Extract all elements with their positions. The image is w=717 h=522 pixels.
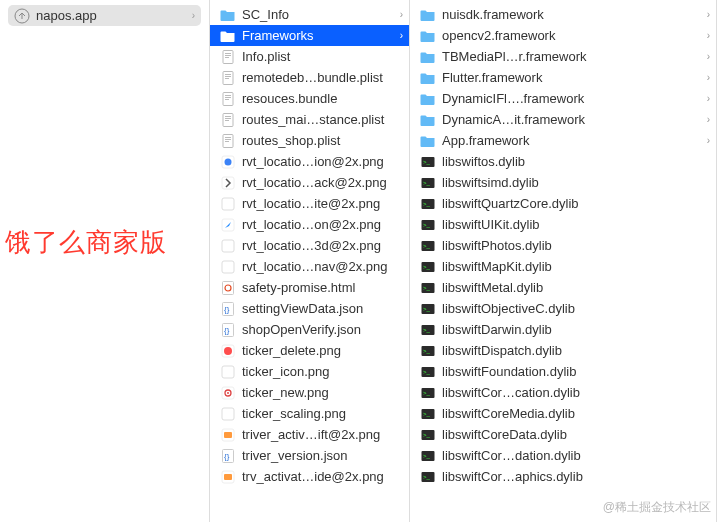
png-red-icon [220,343,236,359]
svg-text:>_: >_ [423,180,431,186]
file-label: libswiftCor…dation.dylib [442,448,710,463]
file-label: DynamicIFl….framework [442,91,703,106]
svg-rect-28 [223,281,234,294]
folder-icon [420,133,436,149]
file-row[interactable]: rvt_locatio…nav@2x.png [210,256,409,277]
file-row[interactable]: {}triver_version.json [210,445,409,466]
file-label: safety-promise.html [242,280,403,295]
file-row[interactable]: ticker_icon.png [210,361,409,382]
svg-point-22 [225,158,232,165]
file-row[interactable]: remotedeb…bundle.plist [210,67,409,88]
file-row[interactable]: >_libswiftFoundation.dylib [410,361,716,382]
file-row[interactable]: ticker_scaling.png [210,403,409,424]
html-icon [220,280,236,296]
exec-icon: >_ [420,217,436,233]
file-row[interactable]: rvt_locatio…on@2x.png [210,214,409,235]
file-row[interactable]: nuisdk.framework› [410,4,716,25]
png-orange-icon [220,427,236,443]
file-row[interactable]: resouces.bundle [210,88,409,109]
file-row[interactable]: rvt_locatio…ite@2x.png [210,193,409,214]
file-row[interactable]: ticker_delete.png [210,340,409,361]
file-label: libswiftMapKit.dylib [442,259,710,274]
file-row[interactable]: >_libswiftCoreMedia.dylib [410,403,716,424]
svg-rect-23 [222,177,234,189]
file-row[interactable]: {}shopOpenVerify.json [210,319,409,340]
file-row[interactable]: ticker_new.png [210,382,409,403]
file-row[interactable]: >_libswiftObjectiveC.dylib [410,298,716,319]
svg-rect-15 [225,118,231,119]
file-row[interactable]: Frameworks› [210,25,409,46]
file-row[interactable]: rvt_locatio…ion@2x.png [210,151,409,172]
png-target-icon [220,385,236,401]
chevron-right-icon: › [707,93,710,104]
file-row[interactable]: routes_shop.plist [210,130,409,151]
file-label: rvt_locatio…on@2x.png [242,217,403,232]
svg-text:>_: >_ [423,222,431,228]
file-row[interactable]: >_libswiftMapKit.dylib [410,256,716,277]
file-row[interactable]: safety-promise.html [210,277,409,298]
folder-icon [420,49,436,65]
file-row[interactable]: >_libswiftos.dylib [410,151,716,172]
svg-rect-19 [225,139,231,140]
exec-icon: >_ [420,259,436,275]
file-row[interactable]: TBMediaPl…r.framework› [410,46,716,67]
exec-icon: >_ [420,301,436,317]
svg-rect-42 [224,432,232,438]
svg-rect-4 [225,57,229,58]
file-row[interactable]: SC_Info› [210,4,409,25]
file-row[interactable]: >_libswiftPhotos.dylib [410,235,716,256]
file-row[interactable]: {}settingViewData.json [210,298,409,319]
exec-icon: >_ [420,196,436,212]
folder-icon [220,7,236,23]
file-row[interactable]: >_libswiftMetal.dylib [410,277,716,298]
file-row[interactable]: Info.plist [210,46,409,67]
column-1: napos.app› [0,0,210,522]
file-label: libswiftFoundation.dylib [442,364,710,379]
file-row[interactable]: >_libswiftDarwin.dylib [410,319,716,340]
svg-rect-2 [225,53,231,54]
file-row[interactable]: >_libswiftCor…dation.dylib [410,445,716,466]
file-row[interactable]: >_libswiftsimd.dylib [410,172,716,193]
file-label: TBMediaPl…r.framework [442,49,703,64]
file-row[interactable]: Flutter.framework› [410,67,716,88]
file-row[interactable]: >_libswiftCoreData.dylib [410,424,716,445]
svg-text:>_: >_ [423,474,431,480]
file-label: libswiftCor…cation.dylib [442,385,710,400]
file-row[interactable]: >_libswiftQuartzCore.dylib [410,193,716,214]
svg-rect-27 [222,261,234,273]
file-label: Frameworks [242,28,396,43]
file-label: rvt_locatio…nav@2x.png [242,259,403,274]
svg-rect-3 [225,55,231,56]
file-row[interactable]: triver_activ…ift@2x.png [210,424,409,445]
file-row[interactable]: DynamicA…it.framework› [410,109,716,130]
folder-icon [420,112,436,128]
exec-icon: >_ [420,175,436,191]
svg-text:>_: >_ [423,327,431,333]
file-row[interactable]: trv_activat…ide@2x.png [210,466,409,487]
file-label: napos.app [36,8,188,23]
svg-text:>_: >_ [423,432,431,438]
svg-rect-20 [225,141,229,142]
file-row[interactable]: >_libswiftCor…aphics.dylib [410,466,716,487]
file-row[interactable]: rvt_locatio…ack@2x.png [210,172,409,193]
file-row[interactable]: >_libswiftCor…cation.dylib [410,382,716,403]
file-row[interactable]: rvt_locatio…3d@2x.png [210,235,409,256]
exec-icon: >_ [420,154,436,170]
png-white-icon [220,238,236,254]
exec-icon: >_ [420,238,436,254]
png-orange-icon [220,469,236,485]
png-nav-icon [220,217,236,233]
svg-rect-24 [222,198,234,210]
file-row[interactable]: napos.app› [8,5,201,26]
file-row[interactable]: App.framework› [410,130,716,151]
file-row[interactable]: opencv2.framework› [410,25,716,46]
file-row[interactable]: >_libswiftDispatch.dylib [410,340,716,361]
file-label: ticker_scaling.png [242,406,403,421]
svg-text:>_: >_ [423,201,431,207]
file-row[interactable]: routes_mai…stance.plist [210,109,409,130]
file-row[interactable]: DynamicIFl….framework› [410,88,716,109]
chevron-right-icon: › [707,30,710,41]
chevron-right-icon: › [707,72,710,83]
png-arrow-icon [220,175,236,191]
file-row[interactable]: >_libswiftUIKit.dylib [410,214,716,235]
